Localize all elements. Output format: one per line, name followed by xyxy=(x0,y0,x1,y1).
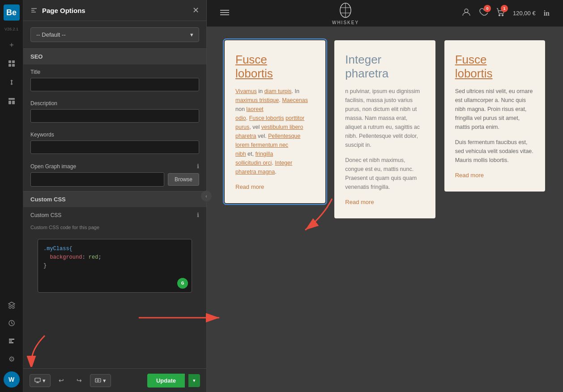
browse-button[interactable]: Browse xyxy=(168,173,199,186)
wishlist-icon[interactable]: 0 xyxy=(479,8,488,19)
css-value: red xyxy=(89,254,98,260)
bottom-toolbar: ▾ ↩ ↪ ▾ Update ▾ xyxy=(23,368,206,392)
page-options-icon[interactable] xyxy=(4,333,20,349)
card-3[interactable]: Fuscelobortis Sed ultrices nisl velit, e… xyxy=(444,40,545,192)
options-icon xyxy=(30,7,38,14)
css-editor-wrapper: .myClass{ background: red; } G xyxy=(23,233,206,304)
revisions-icon[interactable] xyxy=(4,315,20,331)
hamburger-icon xyxy=(220,9,229,16)
svg-point-26 xyxy=(499,15,500,16)
screenshot-icon xyxy=(95,377,101,383)
screenshot-selector[interactable]: ▾ xyxy=(90,374,111,387)
svg-rect-4 xyxy=(9,98,15,100)
panel-title: Page Options xyxy=(42,7,85,14)
default-select-label: -- Default -- xyxy=(36,31,66,38)
card-3-read-more[interactable]: Read more xyxy=(455,172,484,179)
css-line-1: .myClass{ xyxy=(43,245,186,253)
panel-scroll[interactable]: SEO Title Description Keywords Open Grap… xyxy=(23,48,206,368)
css-class-name: .myClass{ xyxy=(43,246,73,252)
wishlist-badge: 0 xyxy=(484,5,491,12)
css-property: background xyxy=(50,254,82,260)
global-settings-icon[interactable]: ⚙ xyxy=(4,351,20,367)
svg-rect-16 xyxy=(95,379,101,382)
card-2-read-more[interactable]: Read more xyxy=(345,199,374,205)
card-3-body-1: Sed ultrices nisl velit, eu ornare est u… xyxy=(455,87,534,132)
svg-point-27 xyxy=(502,15,503,16)
card-2-title: Integerpharetra xyxy=(345,53,424,81)
cart-price: 120,00 € xyxy=(513,10,536,17)
device-label: ▾ xyxy=(43,377,46,384)
card-1-title[interactable]: Fuscelobortis xyxy=(235,53,315,81)
close-panel-button[interactable]: ✕ xyxy=(192,5,199,15)
svg-rect-2 xyxy=(9,64,11,67)
card-2-body-2: Donec et nibh maximus, congue est eu, ma… xyxy=(345,156,424,192)
og-image-row: Browse xyxy=(30,172,199,187)
og-image-info-icon[interactable]: ℹ xyxy=(197,163,199,170)
title-input[interactable] xyxy=(30,78,199,91)
card-1-body: Vivamus in diam turpis. In maximus trist… xyxy=(235,87,315,176)
description-input[interactable] xyxy=(30,109,199,123)
description-form-group: Description xyxy=(23,96,206,127)
svg-rect-13 xyxy=(35,378,40,382)
linkedin-icon[interactable]: in xyxy=(544,9,550,17)
collapse-panel-button[interactable]: ‹ xyxy=(201,191,212,201)
layers-icon[interactable] xyxy=(4,297,20,313)
update-button[interactable]: Update xyxy=(147,374,185,388)
brand-icon xyxy=(337,1,354,19)
card-2[interactable]: Integerpharetra n pulvinar, ipsum eu dig… xyxy=(334,40,435,218)
link-vivamus[interactable]: Vivamus xyxy=(235,88,257,94)
css-closing-brace: } xyxy=(43,263,47,269)
card-2-body-1: n pulvinar, ipsum eu dignissim facilisis… xyxy=(345,87,424,149)
device-selector[interactable]: ▾ xyxy=(30,374,51,387)
app-logo: Be xyxy=(4,4,20,21)
card-1-read-more[interactable]: Read more xyxy=(235,183,264,190)
cart-icon[interactable]: 1 xyxy=(496,8,505,19)
screenshot-arrow: ▾ xyxy=(103,377,106,384)
main-content: WHISKEY 0 1 120,00 € in Fuscelobortis Vi… xyxy=(207,0,563,392)
title-form-group: Title xyxy=(23,64,206,96)
link-maecenas[interactable]: Maecenas xyxy=(282,97,308,103)
default-select[interactable]: -- Default -- ▾ xyxy=(30,27,199,42)
app-version: V26.2.1 xyxy=(4,27,18,31)
seo-section-header: SEO xyxy=(23,48,206,64)
og-image-input[interactable] xyxy=(30,172,164,187)
hamburger-menu[interactable] xyxy=(220,9,229,18)
top-bar-right: 0 1 120,00 € in xyxy=(462,8,550,19)
custom-css-description: Custom CSS code for this page xyxy=(30,225,199,230)
top-bar: WHISKEY 0 1 120,00 € in xyxy=(207,0,563,27)
custom-css-label: Custom CSS xyxy=(30,212,61,218)
brand-name: WHISKEY xyxy=(332,20,359,25)
title-label: Title xyxy=(30,69,199,75)
svg-point-17 xyxy=(97,379,99,381)
arrange-icon[interactable] xyxy=(4,74,20,90)
grid-icon[interactable] xyxy=(4,55,20,72)
link-maximus[interactable]: maximus tristique xyxy=(235,97,279,103)
card-1[interactable]: Fuscelobortis Vivamus in diam turpis. In… xyxy=(225,40,325,203)
left-panel: Page Options ✕ -- Default -- ▾ SEO Title… xyxy=(23,0,207,392)
grammarly-icon[interactable]: G xyxy=(177,278,188,289)
svg-rect-6 xyxy=(12,101,15,104)
link-fusce[interactable]: Fusce lobortis xyxy=(249,115,284,121)
user-icon[interactable] xyxy=(462,8,471,19)
add-element-icon[interactable]: ＋ xyxy=(4,37,20,53)
update-dropdown-button[interactable]: ▾ xyxy=(188,374,200,387)
card-3-body-2: Duis fermentum faucibus est, sed vehicul… xyxy=(455,138,534,165)
custom-css-label-row: Custom CSS ℹ xyxy=(30,212,199,218)
og-image-label: Open Graph image xyxy=(30,163,76,170)
keywords-input[interactable] xyxy=(30,141,199,154)
link-diam[interactable]: diam turpis xyxy=(264,88,291,94)
wordpress-icon[interactable]: W xyxy=(4,371,20,388)
canvas-area: Fuscelobortis Vivamus in diam turpis. In… xyxy=(207,27,563,392)
css-editor[interactable]: .myClass{ background: red; } G xyxy=(38,239,192,293)
templates-icon[interactable] xyxy=(4,93,20,109)
icon-rail: Be V26.2.1 ＋ ⚙ W xyxy=(0,0,23,392)
custom-css-info-icon[interactable]: ℹ xyxy=(197,212,199,218)
panel-header-left: Page Options xyxy=(30,7,85,14)
brand-logo[interactable]: WHISKEY xyxy=(332,1,359,25)
undo-button[interactable]: ↩ xyxy=(54,373,68,388)
css-line-3: } xyxy=(43,262,186,270)
svg-rect-3 xyxy=(12,64,15,67)
card-3-title[interactable]: Fuscelobortis xyxy=(455,53,534,81)
svg-rect-0 xyxy=(9,60,11,63)
redo-button[interactable]: ↪ xyxy=(72,373,86,388)
